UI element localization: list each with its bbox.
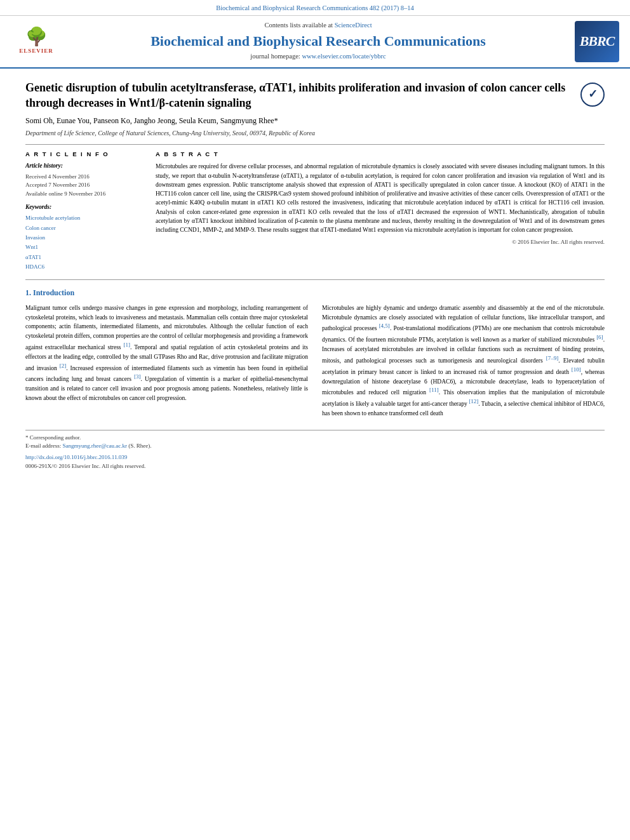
copyright-line: © 2016 Elsevier Inc. All rights reserved… bbox=[156, 238, 605, 246]
article-info-abstract-section: A R T I C L E I N F O Article history: R… bbox=[25, 150, 605, 272]
sciencedirect-link[interactable]: ScienceDirect bbox=[335, 22, 372, 29]
journal-homepage-line: journal homepage: www.elsevier.com/locat… bbox=[250, 52, 385, 62]
article-history-block: Article history: Received 4 November 201… bbox=[25, 162, 143, 198]
ref-6[interactable]: [6] bbox=[596, 334, 603, 340]
ref-2[interactable]: [2] bbox=[60, 363, 67, 369]
corresponding-label: * Corresponding author. bbox=[25, 434, 81, 441]
article-info-column: A R T I C L E I N F O Article history: R… bbox=[25, 150, 143, 272]
divider-after-affiliation bbox=[25, 144, 605, 145]
journal-header: 🌳 ELSEVIER Contents lists available at S… bbox=[0, 16, 630, 69]
keyword-6: HDAC6 bbox=[25, 262, 143, 272]
email-note: E-mail address: Sangmyung.rhee@cau.ac.kr… bbox=[25, 442, 605, 451]
journal-citation-banner: Biochemical and Biophysical Research Com… bbox=[0, 0, 630, 16]
keywords-heading: Keywords: bbox=[25, 203, 143, 211]
journal-header-center: Contents lists available at ScienceDirec… bbox=[71, 21, 565, 62]
elsevier-logo: 🌳 ELSEVIER bbox=[11, 24, 62, 59]
keyword-4: Wnt1 bbox=[25, 243, 143, 252]
crossmark-icon: ✓ bbox=[588, 86, 598, 102]
footnote-area: * Corresponding author. E-mail address: … bbox=[25, 430, 605, 470]
elsevier-tree-icon: 🌳 bbox=[25, 28, 48, 46]
journal-title: Biochemical and Biophysical Research Com… bbox=[151, 33, 486, 50]
affiliation-line: Department of Life Science, College of N… bbox=[25, 129, 605, 138]
article-info-label: A R T I C L E I N F O bbox=[25, 150, 143, 158]
authors-text: Somi Oh, Eunae You, Panseon Ko, Jangho J… bbox=[25, 116, 278, 125]
intro-number: 1. bbox=[25, 288, 31, 297]
abstract-column: A B S T R A C T Microtubules are require… bbox=[156, 150, 605, 272]
email-link[interactable]: Sangmyung.rhee@cau.ac.kr bbox=[62, 443, 127, 449]
doi-link[interactable]: http://dx.doi.org/10.1016/j.bbrc.2016.11… bbox=[25, 453, 605, 462]
main-content: Genetic disruption of tubulin acetyltran… bbox=[0, 69, 630, 477]
history-heading: Article history: bbox=[25, 162, 143, 170]
abstract-text: Microtubules are required for diverse ce… bbox=[156, 162, 605, 234]
elsevier-label: ELSEVIER bbox=[19, 47, 53, 55]
article-title-section: Genetic disruption of tubulin acetyltran… bbox=[25, 80, 605, 111]
available-line: Available online 9 November 2016 bbox=[25, 190, 143, 199]
article-title: Genetic disruption of tubulin acetyltran… bbox=[25, 80, 574, 111]
ref-3[interactable]: [3] bbox=[134, 373, 141, 380]
issn-line: 0006-291X/© 2016 Elsevier Inc. All right… bbox=[25, 462, 605, 470]
intro-heading-text: Introduction bbox=[33, 288, 74, 297]
abstract-label: A B S T R A C T bbox=[156, 150, 605, 158]
ref-7-9[interactable]: [7–9] bbox=[546, 355, 559, 361]
authors-line: Somi Oh, Eunae You, Panseon Ko, Jangho J… bbox=[25, 116, 605, 126]
body-two-column: Malignant tumor cells undergo massive ch… bbox=[25, 303, 605, 423]
body-right-column: Microtubules are highly dynamic and unde… bbox=[322, 303, 605, 423]
section-divider bbox=[25, 279, 605, 280]
accepted-line: Accepted 7 November 2016 bbox=[25, 181, 143, 190]
ref-10[interactable]: [10] bbox=[572, 366, 581, 373]
keywords-block: Keywords: Microtubule acetylation Colon … bbox=[25, 203, 143, 272]
corresponding-author-note: * Corresponding author. bbox=[25, 434, 605, 443]
journal-homepage-link[interactable]: www.elsevier.com/locate/ybbrc bbox=[302, 53, 385, 60]
keyword-5: αTAT1 bbox=[25, 253, 143, 262]
keyword-1: Microtubule acetylation bbox=[25, 213, 143, 223]
received-line: Received 4 November 2016 bbox=[25, 173, 143, 182]
introduction-section: 1. Introduction Malignant tumor cells un… bbox=[25, 288, 605, 423]
crossmark-badge[interactable]: ✓ bbox=[580, 83, 605, 107]
journal-citation-text: Biochemical and Biophysical Research Com… bbox=[216, 4, 414, 11]
bbrc-logo: BBRC bbox=[575, 21, 619, 62]
email-label: E-mail address: bbox=[25, 443, 61, 449]
email-suffix: (S. Rhee). bbox=[128, 443, 151, 449]
introduction-heading: 1. Introduction bbox=[25, 288, 605, 298]
doi-text: http://dx.doi.org/10.1016/j.bbrc.2016.11… bbox=[25, 454, 127, 460]
intro-left-para-1: Malignant tumor cells undergo massive ch… bbox=[25, 303, 308, 403]
ref-4-5[interactable]: [4,5] bbox=[379, 323, 390, 329]
elsevier-logo-area: 🌳 ELSEVIER bbox=[8, 21, 65, 62]
contents-label: Contents lists available at bbox=[264, 22, 334, 29]
homepage-label: journal homepage: bbox=[250, 53, 302, 60]
keyword-2: Colon cancer bbox=[25, 223, 143, 233]
crossmark-circle: ✓ bbox=[580, 83, 605, 107]
bbrc-logo-area: BBRC bbox=[572, 21, 622, 62]
keyword-3: Invasion bbox=[25, 233, 143, 243]
ref-11[interactable]: [11] bbox=[429, 387, 439, 393]
contents-available-line: Contents lists available at ScienceDirec… bbox=[264, 21, 372, 30]
ref-12[interactable]: [12] bbox=[469, 398, 478, 404]
intro-right-para-1: Microtubules are highly dynamic and unde… bbox=[322, 303, 605, 418]
body-left-column: Malignant tumor cells undergo massive ch… bbox=[25, 303, 308, 423]
ref-1[interactable]: [1] bbox=[124, 342, 131, 348]
